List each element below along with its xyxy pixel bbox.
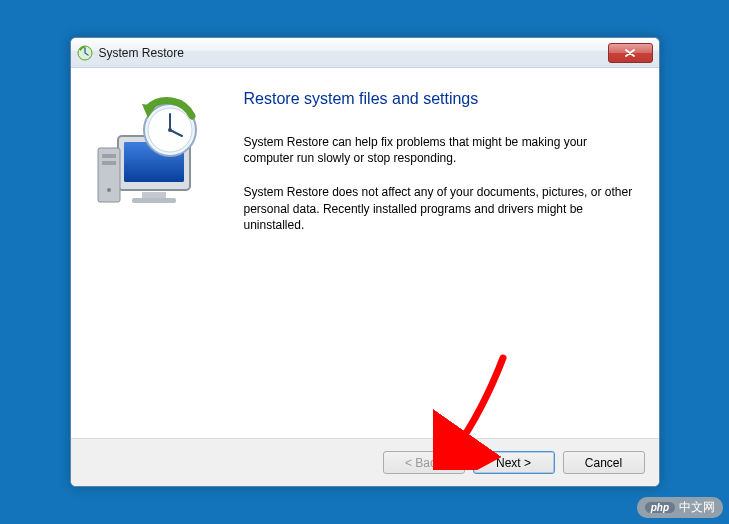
titlebar: System Restore <box>71 38 659 68</box>
wizard-button-bar: < Back Next > Cancel <box>71 438 659 486</box>
system-restore-icon <box>77 45 93 61</box>
system-restore-illustration-icon <box>88 96 218 216</box>
watermark-badge: php <box>645 502 675 513</box>
close-icon <box>625 49 635 57</box>
window-body: Restore system files and settings System… <box>71 68 659 438</box>
svg-rect-8 <box>102 154 116 158</box>
window-title: System Restore <box>99 46 608 60</box>
close-button[interactable] <box>608 43 653 63</box>
svg-point-10 <box>107 188 111 192</box>
svg-rect-9 <box>102 161 116 165</box>
system-restore-window: System Restore <box>70 37 660 487</box>
page-heading: Restore system files and settings <box>244 90 633 108</box>
paragraph-intro: System Restore can help fix problems tha… <box>244 134 633 166</box>
svg-point-15 <box>168 128 172 132</box>
wizard-content-pane: Restore system files and settings System… <box>236 68 659 438</box>
back-button: < Back <box>383 451 465 474</box>
watermark: php 中文网 <box>637 497 723 518</box>
svg-rect-5 <box>142 192 166 198</box>
svg-rect-6 <box>132 198 176 203</box>
wizard-image-pane <box>71 68 236 438</box>
paragraph-note: System Restore does not affect any of yo… <box>244 184 633 233</box>
next-button[interactable]: Next > <box>473 451 555 474</box>
watermark-text: 中文网 <box>679 499 715 516</box>
cancel-button[interactable]: Cancel <box>563 451 645 474</box>
